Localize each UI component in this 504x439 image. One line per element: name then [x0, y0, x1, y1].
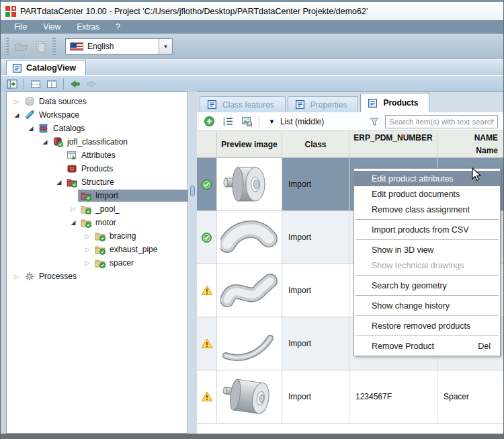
preview-image-cell[interactable] [217, 211, 282, 264]
tree-collapsed-arrow-icon[interactable]: ▷ [83, 243, 92, 256]
import-folder-icon [81, 190, 91, 201]
tree-expanded-arrow-icon[interactable]: ◢ [12, 108, 22, 122]
document-icon [368, 98, 378, 108]
elbow-pipe-part [220, 216, 278, 259]
context-menu-item-show-in-3d-view[interactable]: Show in 3D view [354, 242, 500, 257]
tree-expanded-arrow-icon[interactable]: ◢ [40, 135, 50, 149]
tree-item-bracing[interactable]: ▷bracing [7, 229, 187, 243]
column-header-name[interactable]: NAME Name [437, 131, 503, 157]
add-product-icon[interactable] [202, 115, 216, 128]
copy-document-icon[interactable] [31, 38, 50, 55]
tree-collapsed-arrow-icon[interactable]: ▷ [12, 95, 22, 108]
export-preview-icon[interactable] [240, 115, 253, 128]
erp-pdm-number-cell[interactable]: 1234567F [349, 370, 437, 423]
split-vertical-icon[interactable] [44, 77, 59, 91]
menu-item-label: Import products from CSV [372, 225, 469, 235]
context-menu-item-edit-product-documents[interactable]: Edit product documents [354, 186, 500, 202]
menu-separator [355, 219, 499, 220]
tree-collapsed-arrow-icon[interactable]: ▷ [69, 202, 78, 216]
tab-catalogview[interactable]: CatalogView [6, 60, 86, 75]
tree-item-motor[interactable]: ◢motor [7, 216, 187, 229]
class-cell[interactable]: Import [282, 317, 349, 370]
tree-collapsed-arrow-icon[interactable]: ▷ [83, 229, 92, 243]
panel-splitter[interactable] [187, 91, 197, 434]
black-triangle-down-icon: ▼ [269, 118, 275, 125]
tree-item-label: Attributes [81, 151, 116, 160]
language-combobox[interactable]: English ▼ [65, 38, 173, 54]
table-row[interactable]: Import 1234567F Spacer [197, 370, 503, 424]
menu-item-file[interactable]: File [7, 21, 34, 33]
search-input[interactable] [385, 115, 498, 128]
class-cell[interactable]: Import [282, 264, 349, 317]
class-cell[interactable]: Import [282, 158, 349, 210]
forward-arrow-icon[interactable] [84, 77, 99, 91]
chevron-down-icon[interactable]: ▼ [159, 39, 172, 54]
view-mode-dropdown[interactable]: ▼ List (middle) [265, 114, 328, 129]
class-cell[interactable]: Import [282, 370, 349, 423]
status-cell [197, 211, 217, 264]
context-menu-item-search-by-geometry[interactable]: Search by geometry [354, 278, 500, 293]
tab-label: Products [383, 98, 418, 108]
structure-folder-icon [67, 177, 77, 188]
window-title: PARTdataCenter 10.00 - Project 'C:/Users… [20, 7, 368, 16]
tree-collapsed-arrow-icon[interactable]: ▷ [12, 270, 22, 283]
tab-products[interactable]: Products [360, 93, 429, 112]
column-header-status[interactable] [197, 131, 217, 157]
menu-item-view[interactable]: View [36, 21, 67, 33]
tree-expanded-arrow-icon[interactable]: ◢ [26, 122, 36, 135]
tree-item-processes[interactable]: ▷Processes [7, 270, 187, 283]
open-project-icon[interactable] [12, 38, 31, 55]
tree-item-products[interactable]: Products [7, 162, 187, 175]
tab-class-features[interactable]: Class features [200, 96, 286, 112]
preview-image-cell[interactable] [217, 317, 282, 370]
tree-item-label: Products [81, 164, 113, 173]
funnel-icon[interactable] [368, 115, 381, 128]
tree-item-label: Structure [81, 177, 114, 187]
context-menu-item-show-technical-drawings[interactable]: Show technical drawings [354, 257, 500, 273]
preview-image-cell[interactable] [217, 264, 282, 317]
collapse-panel-icon[interactable] [5, 77, 19, 91]
split-horizontal-icon[interactable] [28, 77, 43, 91]
menu-separator [355, 275, 499, 276]
app-window: PARTdataCenter 10.00 - Project 'C:/Users… [0, 0, 504, 439]
tree-item-data-sources[interactable]: ▷Data sources [7, 95, 187, 108]
preview-image-cell[interactable] [217, 158, 282, 210]
ok-check-icon [201, 232, 212, 243]
toolbar-grip [52, 38, 56, 55]
class-cell[interactable]: Import [282, 211, 349, 264]
muffler-part [220, 374, 278, 419]
preview-image-cell[interactable] [217, 370, 282, 423]
tree-expanded-arrow-icon[interactable]: ◢ [54, 175, 64, 189]
menu-item-label: Edit product attributes [372, 174, 454, 184]
tree-item-workspace[interactable]: ◢Workspace [7, 108, 187, 122]
tree-item-exhaust-pipe[interactable]: ▷exhaust_pipe [7, 243, 187, 256]
tree-item-pool[interactable]: ▷_pool_ [7, 202, 187, 216]
tree-item-import[interactable]: Import [7, 189, 187, 202]
back-arrow-icon[interactable] [68, 77, 83, 91]
context-menu-item-remove-class-assignment[interactable]: Remove class assignment [354, 202, 500, 217]
context-menu-item-show-change-history[interactable]: Show change history [354, 298, 500, 313]
tree-expanded-arrow-icon[interactable]: ◢ [69, 216, 78, 229]
menu-item-extras[interactable]: Extras [70, 21, 106, 33]
menu-item-[interactable]: ? [109, 21, 127, 33]
context-menu-item-remove-product[interactable]: Remove ProductDel [354, 338, 500, 354]
context-menu-item-restore-removed-products[interactable]: Restore removed products [354, 318, 500, 333]
tree-collapsed-arrow-icon[interactable]: ▷ [83, 256, 92, 270]
column-header-preview[interactable]: Preview image [217, 131, 282, 157]
splitter-handle[interactable] [190, 186, 195, 196]
document-icon [295, 99, 305, 110]
tree-item-spacer[interactable]: ▷spacer [7, 256, 187, 270]
tree-item-catalogs[interactable]: ◢Catalogs [7, 122, 187, 135]
list-view-icon[interactable]: 123 [221, 115, 235, 128]
tree-item-attributes[interactable]: Attributes [7, 149, 187, 162]
column-header-class[interactable]: Class [282, 131, 349, 157]
attributes-table-icon [67, 150, 77, 161]
table-header: Preview image Class ERP_PDM_NUMBER NAME … [197, 131, 503, 158]
name-cell[interactable]: Spacer [437, 370, 503, 423]
class-value: Import [288, 392, 311, 401]
tab-properties[interactable]: Properties [288, 96, 359, 112]
column-header-erp-pdm-number[interactable]: ERP_PDM_NUMBER [349, 131, 437, 157]
tree-item-structure[interactable]: ◢Structure [7, 175, 187, 189]
tree-item-jofl-classification[interactable]: ◢jofl_classification [7, 135, 187, 149]
context-menu-item-import-products-from-csv[interactable]: Import products from CSV [354, 222, 500, 237]
